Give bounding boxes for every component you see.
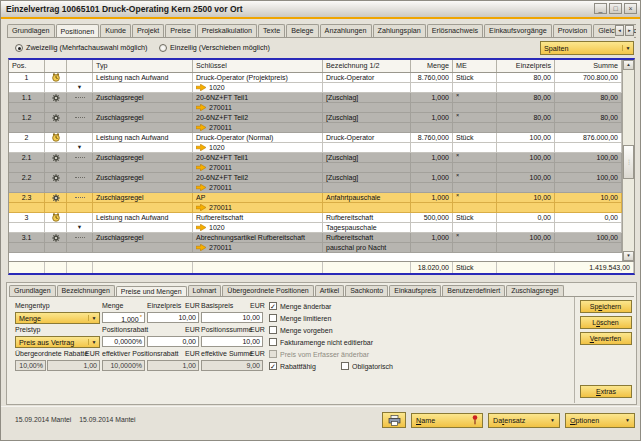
column-header-pos-[interactable]: Pos.: [9, 60, 45, 72]
minimize-icon[interactable]: _: [594, 3, 607, 14]
link-arrow-icon[interactable]: [196, 164, 206, 171]
tab-anzahlungen[interactable]: Anzahlungen: [320, 24, 372, 37]
collapse-arrow-icon[interactable]: ▼: [77, 83, 82, 92]
column-header-me[interactable]: ME: [453, 60, 497, 72]
table-subrow[interactable]: 270011: [9, 163, 622, 173]
table-subrow[interactable]: 270011: [9, 183, 622, 193]
positionssumme-field[interactable]: 10,00: [201, 336, 263, 347]
extras-button[interactable]: Extras: [580, 385, 632, 398]
table-row-pos-2.1[interactable]: 2.1Zuschlagsregel20-6NZ+FT Teil1[Zuschla…: [9, 153, 622, 163]
table-subrow[interactable]: ▼1020: [9, 83, 622, 93]
positionsrabatt-field[interactable]: 0,0000%: [102, 336, 145, 347]
checkbox-preis-vom-erfasser-aenderbar[interactable]: Preis vom Erfasser änderbar: [269, 350, 369, 358]
checkbox-obligatorisch[interactable]: Obligatorisch: [341, 362, 393, 370]
discard-button[interactable]: Verwerfen: [580, 332, 632, 345]
datensatz-button[interactable]: Datensatz ▼: [488, 413, 560, 428]
tab-scroll-right-icon[interactable]: ►: [625, 25, 634, 36]
tab-zahlungsplan[interactable]: Zahlungsplan: [373, 24, 426, 37]
table-row-pos-2[interactable]: 2Leistung nach AufwandDruck-Operator (No…: [9, 133, 622, 143]
mengentyp-dropdown[interactable]: Menge▼: [15, 312, 100, 324]
table-row-pos-1.2[interactable]: 1.2Zuschlagsregel20-6NZ+FT Teil2[Zuschla…: [9, 113, 622, 123]
tab-preiskalkulation[interactable]: Preiskalkulation: [197, 24, 257, 37]
name-button[interactable]: Name: [411, 413, 483, 428]
scroll-down-icon[interactable]: ▼: [623, 251, 634, 261]
tab-einkaufsvorgänge[interactable]: Einkaufsvorgänge: [484, 24, 552, 37]
radio-two-line[interactable]: Zweizeilig (Mehrfachauswahl möglich): [15, 43, 147, 52]
basispreis-field[interactable]: 10,00: [201, 312, 263, 323]
link-arrow-icon[interactable]: [196, 124, 206, 131]
tab-grundlagen[interactable]: Grundlagen: [7, 24, 55, 37]
tab-lohnart[interactable]: Lohnart: [188, 285, 222, 296]
table-row-pos-1.1[interactable]: 1.1Zuschlagsregel20-6NZ+FT Teil1[Zuschla…: [9, 93, 622, 103]
preistyp-dropdown[interactable]: Preis aus Vertrag▼: [15, 336, 100, 348]
link-arrow-icon[interactable]: [196, 104, 206, 111]
link-arrow-icon[interactable]: [196, 84, 206, 91]
column-header-menge[interactable]: Menge: [411, 60, 453, 72]
tab-artikel[interactable]: Artikel: [315, 285, 344, 296]
tab-einkaufspreis[interactable]: Einkaufspreis: [389, 285, 441, 296]
tab-preise[interactable]: Preise: [165, 24, 195, 37]
column-header-summe[interactable]: Summe: [555, 60, 622, 72]
close-icon[interactable]: ×: [624, 3, 637, 14]
collapse-arrow-icon[interactable]: ▼: [77, 223, 82, 232]
link-arrow-icon[interactable]: [196, 184, 206, 191]
optionen-button[interactable]: Optionen ▼: [565, 413, 635, 428]
radio-one-line[interactable]: Einzeilig (Verschieben möglich): [159, 43, 270, 52]
column-header-bezeichnung-1-2[interactable]: Bezeichnung 1/2: [323, 60, 411, 72]
collapse-arrow-icon[interactable]: ▼: [77, 143, 82, 152]
table-subrow[interactable]: 270011: [9, 203, 622, 213]
table-subrow[interactable]: ▼1020Tagespauschale: [9, 223, 622, 233]
tab-übergeordnete-positionen[interactable]: Übergeordnete Positionen: [222, 285, 313, 296]
tab-erlösnachweis[interactable]: Erlösnachweis: [427, 24, 483, 37]
positionsrabatt-eur-field[interactable]: 0,00: [147, 336, 199, 347]
table-subrow[interactable]: ▼1020: [9, 143, 622, 153]
checkbox-rabattfaehig[interactable]: ✓Rabattfähig: [269, 362, 316, 370]
scroll-up-icon[interactable]: ▲: [623, 60, 634, 70]
tab-preise-und-mengen[interactable]: Preise und Mengen: [116, 286, 187, 297]
checkbox-menge-vorgeben[interactable]: Menge vorgeben: [269, 326, 333, 334]
link-arrow-icon[interactable]: [196, 204, 206, 211]
link-arrow-icon[interactable]: [196, 144, 206, 151]
checkbox-fakturamenge-nicht-editierbar[interactable]: Fakturamenge nicht editierbar: [269, 338, 373, 346]
tab-positionen[interactable]: Positionen: [56, 24, 100, 38]
tab-texte[interactable]: Texte: [258, 24, 285, 37]
table-row-pos-1[interactable]: 1Leistung nach AufwandDruck-Operator (Pr…: [9, 73, 622, 83]
table-subrow[interactable]: 270011: [9, 123, 622, 133]
tab-provision[interactable]: Provision: [553, 24, 593, 37]
tab-zuschlagsregel[interactable]: Zuschlagsregel: [506, 285, 563, 296]
table-row-pos-3[interactable]: 3Leistung nach AufwandRufbereitschaftRuf…: [9, 213, 622, 223]
tab-sachkonto[interactable]: Sachkonto: [345, 285, 388, 296]
tab-kunde[interactable]: Kunde: [100, 24, 131, 37]
column-header[interactable]: [45, 60, 67, 72]
table-subrow[interactable]: 270011: [9, 103, 622, 113]
tab-projekt[interactable]: Projekt: [132, 24, 164, 37]
link-arrow-icon[interactable]: [196, 244, 206, 251]
delete-button[interactable]: Löschen: [580, 316, 632, 329]
checkbox-menge-aenderbar[interactable]: ✓Menge änderbar: [269, 302, 331, 310]
table-row-pos-2.2[interactable]: 2.2Zuschlagsregel20-6NZ+FT Teil2[Zuschla…: [9, 173, 622, 183]
menge-field[interactable]: 1,000*: [102, 312, 145, 323]
tab-scroll-left-icon[interactable]: ◄: [615, 25, 624, 36]
vertical-scrollbar[interactable]: ▲ ⋮ ▼: [622, 60, 634, 261]
column-header[interactable]: [67, 60, 93, 72]
tab-benutzerdefiniert[interactable]: Benutzerdefiniert: [442, 285, 505, 296]
column-header-einzelpreis[interactable]: Einzelpreis: [497, 60, 555, 72]
title-bar[interactable]: Einzelvertrag 10065101 Druck-Operating K…: [1, 1, 640, 17]
spalten-dropdown[interactable]: Spalten ▼: [540, 41, 634, 55]
tab-grundlagen[interactable]: Grundlagen: [9, 285, 56, 296]
print-button[interactable]: [382, 412, 406, 428]
einzelpreis-field[interactable]: 10,00: [147, 312, 199, 323]
column-header-schlüssel[interactable]: Schlüssel: [193, 60, 323, 72]
table-row-pos-3.1[interactable]: 3.1ZuschlagsregelAbrechnungsartikel Rufb…: [9, 233, 622, 243]
table-header-row[interactable]: Pos.TypSchlüsselBezeichnung 1/2MengeMEEi…: [9, 60, 622, 73]
tab-belege[interactable]: Belege: [286, 24, 318, 37]
table-subrow[interactable]: 270011pauschal pro Nacht: [9, 243, 622, 253]
scrollbar-thumb[interactable]: ⋮: [623, 145, 634, 179]
checkbox-menge-limitieren[interactable]: Menge limitieren: [269, 314, 331, 322]
table-row-pos-2.3[interactable]: 2.3ZuschlagsregelAPAnfahrtpauschale1,000…: [9, 193, 622, 203]
save-button[interactable]: Speichern: [580, 300, 632, 313]
link-arrow-icon[interactable]: [196, 224, 206, 231]
maximize-icon[interactable]: □: [609, 3, 622, 14]
tab-bezeichnungen[interactable]: Bezeichnungen: [57, 285, 115, 296]
column-header-typ[interactable]: Typ: [93, 60, 193, 72]
